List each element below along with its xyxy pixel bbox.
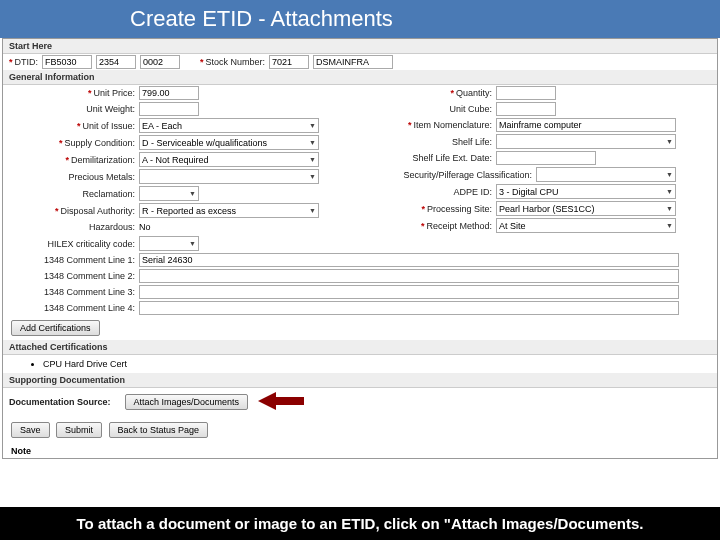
comment3-field[interactable] xyxy=(139,285,679,299)
back-button[interactable]: Back to Status Page xyxy=(109,422,209,438)
save-button[interactable]: Save xyxy=(11,422,50,438)
disposal-authority-select[interactable]: R - Reported as excess▼ xyxy=(139,203,319,218)
shelf-ext-field[interactable] xyxy=(496,151,596,165)
chevron-down-icon: ▼ xyxy=(309,122,316,129)
chevron-down-icon: ▼ xyxy=(666,188,673,195)
comment1-field[interactable] xyxy=(139,253,679,267)
comment2-label: 1348 Comment Line 2: xyxy=(9,271,139,281)
chevron-down-icon: ▼ xyxy=(666,205,673,212)
quantity-field[interactable] xyxy=(496,86,556,100)
unit-price-label: Unit Price: xyxy=(93,88,135,98)
unit-cube-field[interactable] xyxy=(496,102,556,116)
reclamation-select[interactable]: ▼ xyxy=(139,186,199,201)
section-general-info: General Information xyxy=(3,70,717,85)
chevron-down-icon: ▼ xyxy=(309,207,316,214)
submit-button[interactable]: Submit xyxy=(56,422,102,438)
doc-source-label: Documentation Source: xyxy=(9,397,115,407)
security-label: Security/Pilferage Classification: xyxy=(366,170,536,180)
nomenclature-field[interactable] xyxy=(496,118,676,132)
form-container: Start Here * DTID: * Stock Number: Gener… xyxy=(2,38,718,459)
receipt-method-label: Receipt Method: xyxy=(426,221,492,231)
svg-rect-0 xyxy=(274,397,304,405)
hilex-select[interactable]: ▼ xyxy=(139,236,199,251)
quantity-label: Quantity: xyxy=(456,88,492,98)
precious-metals-select[interactable]: ▼ xyxy=(139,169,319,184)
chevron-down-icon: ▼ xyxy=(666,171,673,178)
stock-number-field-1[interactable] xyxy=(269,55,309,69)
chevron-down-icon: ▼ xyxy=(309,139,316,146)
attach-images-documents-button[interactable]: Attach Images/Documents xyxy=(125,394,249,410)
disposal-authority-label: Disposal Authority: xyxy=(60,206,135,216)
instruction-footer: To attach a document or image to an ETID… xyxy=(0,507,720,540)
section-supporting-docs: Supporting Documentation xyxy=(3,373,717,388)
unit-issue-label: Unit of Issue: xyxy=(82,121,135,131)
unit-weight-field[interactable] xyxy=(139,102,199,116)
supply-condition-label: Supply Condition: xyxy=(64,138,135,148)
svg-marker-1 xyxy=(258,392,276,410)
page-title: Create ETID - Attachments xyxy=(0,0,720,38)
unit-issue-select[interactable]: EA - Each▼ xyxy=(139,118,319,133)
chevron-down-icon: ▼ xyxy=(189,240,196,247)
security-select[interactable]: ▼ xyxy=(536,167,676,182)
chevron-down-icon: ▼ xyxy=(309,173,316,180)
supply-condition-select[interactable]: D - Serviceable w/qualifications▼ xyxy=(139,135,319,150)
processing-site-select[interactable]: Pearl Harbor (SES1CC)▼ xyxy=(496,201,676,216)
section-start-here: Start Here xyxy=(3,39,717,54)
chevron-down-icon: ▼ xyxy=(666,222,673,229)
adpe-label: ADPE ID: xyxy=(366,187,496,197)
dtid-field-2[interactable] xyxy=(96,55,136,69)
comment2-field[interactable] xyxy=(139,269,679,283)
comment1-label: 1348 Comment Line 1: xyxy=(9,255,139,265)
note-label: Note xyxy=(3,444,717,458)
chevron-down-icon: ▼ xyxy=(189,190,196,197)
receipt-method-select[interactable]: At Site▼ xyxy=(496,218,676,233)
shelf-ext-label: Shelf Life Ext. Date: xyxy=(366,153,496,163)
chevron-down-icon: ▼ xyxy=(309,156,316,163)
nomenclature-label: Item Nomenclature: xyxy=(413,120,492,130)
precious-metals-label: Precious Metals: xyxy=(9,172,139,182)
processing-site-label: Processing Site: xyxy=(427,204,492,214)
hazardous-value: No xyxy=(139,222,151,232)
reclamation-label: Reclamation: xyxy=(9,189,139,199)
unit-weight-label: Unit Weight: xyxy=(9,104,139,114)
cert-list-item: CPU Hard Drive Cert xyxy=(43,359,717,369)
comment3-label: 1348 Comment Line 3: xyxy=(9,287,139,297)
arrow-left-icon xyxy=(258,392,306,412)
hazardous-label: Hazardous: xyxy=(9,222,139,232)
adpe-select[interactable]: 3 - Digital CPU▼ xyxy=(496,184,676,199)
shelf-life-select[interactable]: ▼ xyxy=(496,134,676,149)
dtid-field-3[interactable] xyxy=(140,55,180,69)
section-attached-certs: Attached Certifications xyxy=(3,340,717,355)
demil-label: Demilitarization: xyxy=(71,155,135,165)
dtid-field-1[interactable] xyxy=(42,55,92,69)
comment4-field[interactable] xyxy=(139,301,679,315)
unit-price-field[interactable] xyxy=(139,86,199,100)
chevron-down-icon: ▼ xyxy=(666,138,673,145)
dtid-label: DTID: xyxy=(15,57,43,67)
hilex-label: HILEX criticality code: xyxy=(9,239,139,249)
stock-number-field-2[interactable] xyxy=(313,55,393,69)
add-certifications-button[interactable]: Add Certifications xyxy=(11,320,100,336)
shelf-life-label: Shelf Life: xyxy=(366,137,496,147)
comment4-label: 1348 Comment Line 4: xyxy=(9,303,139,313)
unit-cube-label: Unit Cube: xyxy=(366,104,496,114)
stock-number-label: Stock Number: xyxy=(206,57,270,67)
demil-select[interactable]: A - Not Required▼ xyxy=(139,152,319,167)
